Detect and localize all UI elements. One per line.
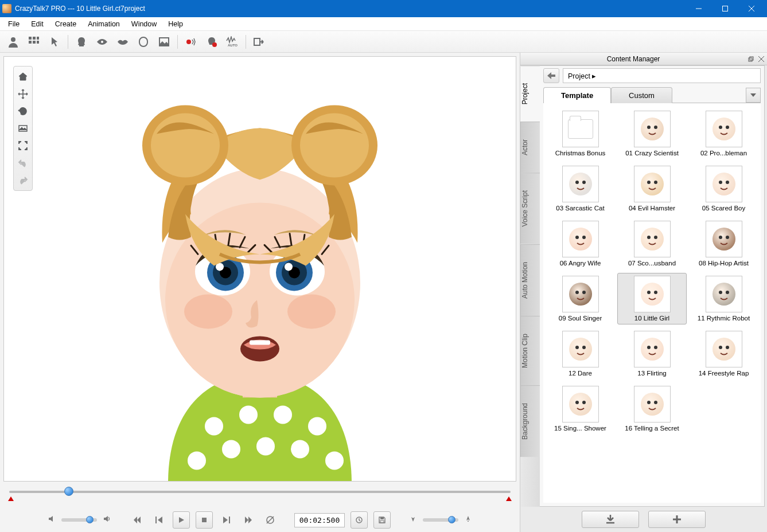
side-tab-actor[interactable]: Actor [520,122,540,173]
menu-help[interactable]: Help [162,18,189,30]
fullscreen-icon[interactable] [15,138,31,154]
content-item[interactable]: 05 Scared Boy [689,163,758,214]
actor-icon[interactable] [3,33,23,50]
svg-point-93 [654,291,657,294]
timeline-slider[interactable] [9,485,511,502]
timecode-display[interactable]: 00:02:500 [294,513,345,527]
content-options-button[interactable] [746,88,761,103]
svg-rect-6 [33,37,36,40]
content-item[interactable]: 02 Pro...bleman [689,108,758,159]
rotate-icon[interactable] [15,103,31,119]
record-icon[interactable] [181,33,201,50]
menu-window[interactable]: Window [126,18,162,30]
thumbnails-icon[interactable] [24,33,44,50]
menu-file[interactable]: File [2,18,25,30]
pointer-icon[interactable] [45,33,64,50]
float-panel-button[interactable] [746,54,756,64]
menu-edit[interactable]: Edit [25,18,49,30]
viewport[interactable] [3,56,516,482]
svg-point-87 [654,236,657,239]
move-icon[interactable] [15,86,31,102]
volume-slider[interactable] [61,518,97,522]
tab-custom[interactable]: Custom [611,87,672,103]
side-tab-motion-clip[interactable]: Motion Clip [520,316,540,385]
svg-point-81 [654,181,657,184]
content-item[interactable]: 10 Little Girl [617,273,687,324]
toolbar-separator [68,35,68,49]
side-tab-project[interactable]: Project [520,65,540,122]
svg-point-74 [647,126,651,129]
svg-point-24 [222,440,240,458]
redo-icon[interactable] [15,172,31,188]
speed-slider[interactable] [423,518,458,522]
side-tab-voice-script[interactable]: Voice Script [520,173,540,244]
breadcrumb[interactable]: Project ▸ [563,68,761,83]
image-icon[interactable] [154,33,174,50]
svg-point-101 [726,346,729,349]
content-item[interactable]: 01 Crazy Scientist [617,108,687,159]
mask-icon[interactable] [134,33,153,50]
range-start-marker[interactable] [8,496,14,501]
voice-morph-icon[interactable] [202,33,221,50]
head-icon[interactable] [72,33,91,50]
svg-rect-63 [229,517,230,523]
stop-button[interactable] [196,511,213,529]
content-item[interactable]: 06 Angry Wife [546,218,615,269]
close-panel-button[interactable] [757,54,766,64]
save-button[interactable] [373,511,391,529]
content-thumbnail [562,331,599,367]
content-top-tabs: Template Custom [540,85,764,103]
auto-motion-icon[interactable]: AUTO [223,33,242,50]
add-content-button[interactable] [648,511,706,528]
svg-point-23 [188,451,206,470]
content-item-label: 07 Sco...usband [628,260,676,267]
svg-rect-7 [37,37,39,40]
timeline-thumb[interactable] [64,487,73,496]
content-item[interactable]: 16 Telling a Secret [617,383,687,435]
nav-back-button[interactable] [543,68,559,83]
lips-icon[interactable] [113,33,133,50]
content-item[interactable]: 12 Dare [546,328,615,380]
content-item[interactable]: 04 Evil Hamster [617,163,687,214]
play-button[interactable] [173,511,190,529]
next-frame-button[interactable] [219,512,235,528]
playback-bar: 00:02:500 [0,508,520,532]
rewind-button[interactable] [129,512,145,528]
menu-create[interactable]: Create [49,18,83,30]
apply-content-button[interactable] [582,511,639,528]
toolbar-separator [177,35,178,49]
loop-off-button[interactable] [262,512,278,528]
side-tab-background[interactable]: Background [520,385,540,457]
prev-frame-button[interactable] [151,512,167,528]
close-button[interactable] [738,0,765,17]
content-thumbnail [562,221,599,257]
content-item[interactable]: 15 Sing... Shower [546,383,615,435]
content-item-label: 08 Hip-Hop Artist [699,260,749,267]
content-item[interactable]: 08 Hip-Hop Artist [689,218,758,269]
time-settings-button[interactable] [351,511,368,529]
content-item[interactable]: 07 Sco...usband [617,218,687,269]
undo-icon[interactable] [15,155,31,171]
content-item[interactable]: Christmas Bonus [546,108,615,159]
content-item-label: 05 Scared Boy [702,205,745,212]
content-item[interactable]: 03 Sarcastic Cat [546,163,615,214]
svg-rect-1 [723,6,728,11]
svg-point-69 [468,521,469,522]
minimize-button[interactable] [686,0,712,17]
tab-template[interactable]: Template [543,87,611,103]
range-end-marker[interactable] [506,496,512,501]
eye-icon[interactable] [92,33,112,50]
content-item[interactable]: 11 Rythmic Robot [689,273,758,324]
menu-animation[interactable]: Animation [82,18,126,30]
side-tab-auto-motion[interactable]: Auto Motion [520,244,540,316]
fast-forward-button[interactable] [240,512,256,528]
content-item[interactable]: 09 Soul Singer [546,273,615,324]
content-item[interactable]: 13 Flirting [617,328,687,380]
svg-point-104 [647,401,651,404]
home-icon[interactable] [15,69,31,85]
fit-icon[interactable] [15,120,31,136]
svg-rect-62 [202,518,207,522]
maximize-button[interactable] [712,0,738,17]
export-icon[interactable] [250,33,269,50]
content-item[interactable]: 14 Freestyle Rap [689,328,758,380]
